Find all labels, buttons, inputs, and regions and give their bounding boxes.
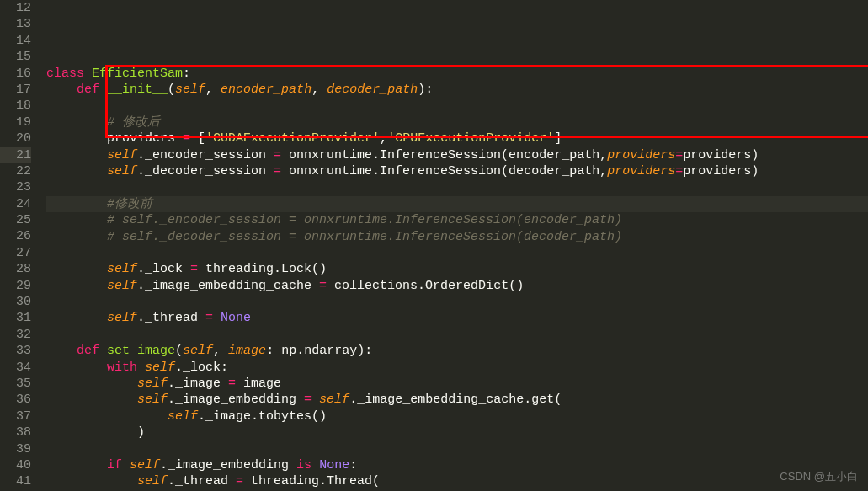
code-token: ._image_embedding_cache.get( <box>349 392 562 407</box>
line-number: 20 <box>0 131 31 147</box>
line-number: 28 <box>0 261 31 277</box>
code-token: ( <box>175 344 183 358</box>
code-token: onnxruntime.InferenceSession(encoder_pat… <box>281 148 607 163</box>
code-token <box>122 458 130 472</box>
line-number: 23 <box>0 179 31 195</box>
code-token: : <box>349 458 357 472</box>
code-token: self <box>168 409 198 424</box>
code-line[interactable]: self._encoder_session = onnxruntime.Infe… <box>46 147 868 163</box>
code-line[interactable]: if self._image_embedding is None: <box>46 457 868 473</box>
code-line[interactable] <box>46 294 868 310</box>
line-number: 21 <box>0 147 31 163</box>
code-line[interactable]: self._image = image <box>46 376 868 392</box>
code-line[interactable]: self._thread = threading.Thread( <box>46 473 868 489</box>
code-line[interactable]: def set_image(self, image: np.ndarray): <box>46 343 868 359</box>
code-line[interactable]: # self._decoder_session = onnxruntime.In… <box>46 229 868 245</box>
code-token: def <box>77 83 99 97</box>
line-number: 31 <box>0 310 31 326</box>
code-token: self <box>107 279 137 293</box>
code-token: = <box>675 148 683 163</box>
code-token: ( <box>168 83 175 97</box>
line-gutter: 1213141516171819202122232425262728293031… <box>0 0 38 491</box>
code-token: ): <box>418 83 433 97</box>
code-line[interactable]: self._image_embedding_cache = collection… <box>46 278 868 294</box>
code-token: self <box>137 392 168 407</box>
code-token: # self._encoder_session = onnxruntime.In… <box>107 213 622 227</box>
code-token: providers <box>607 164 675 179</box>
code-token: providers <box>46 131 183 146</box>
code-line[interactable]: # self._encoder_session = onnxruntime.In… <box>46 212 868 228</box>
code-token: ] <box>554 131 562 146</box>
code-line[interactable]: def __init__(self, encoder_path, decoder… <box>46 82 868 98</box>
code-line[interactable]: #修改前 <box>46 196 868 212</box>
line-number: 34 <box>0 360 31 376</box>
line-number: 41 <box>0 473 31 489</box>
line-number: 24 <box>0 196 31 212</box>
code-line[interactable]: class EfficientSam: <box>46 66 868 82</box>
code-token: ._decoder_session <box>137 164 274 179</box>
code-line[interactable] <box>46 179 868 195</box>
line-number: 22 <box>0 163 31 179</box>
code-token: self <box>183 344 213 358</box>
code-token <box>46 392 137 407</box>
code-token: = <box>205 311 213 325</box>
code-token: # self._decoder_session = onnxruntime.In… <box>107 230 622 244</box>
code-token: None <box>221 311 251 325</box>
code-token: , <box>205 83 221 97</box>
code-token: providers <box>607 148 675 163</box>
code-token: = <box>228 376 236 391</box>
code-line[interactable]: providers = ['CUDAExecutionProvider','CP… <box>46 131 868 147</box>
code-line[interactable]: # 修改后 <box>46 115 868 131</box>
code-line[interactable]: self._decoder_session = onnxruntime.Infe… <box>46 163 868 179</box>
code-token: = <box>274 164 281 179</box>
code-token: 'CUDAExecutionProvider' <box>205 131 380 146</box>
code-token <box>46 213 107 227</box>
code-token <box>46 409 168 424</box>
code-token <box>99 344 107 358</box>
code-token <box>46 376 137 391</box>
line-number: 16 <box>0 66 31 82</box>
code-token: if <box>107 458 122 472</box>
code-line[interactable] <box>46 98 868 114</box>
code-token: decoder_path <box>327 83 418 97</box>
line-number: 36 <box>0 392 31 408</box>
code-token <box>46 360 107 375</box>
code-line[interactable] <box>46 327 868 343</box>
code-token <box>46 115 107 130</box>
code-token: self <box>137 474 168 488</box>
code-token: EfficientSam <box>92 67 183 81</box>
code-token <box>46 230 107 244</box>
code-line[interactable] <box>46 245 868 261</box>
code-token: self <box>319 392 349 407</box>
code-token: 'CPUExecutionProvider' <box>387 131 554 146</box>
code-token: self <box>175 83 205 97</box>
line-number: 33 <box>0 343 31 359</box>
code-token: ._lock <box>137 262 190 276</box>
code-token: ._encoder_session <box>137 148 274 163</box>
code-token: image <box>228 344 266 358</box>
code-token: np.ndarray <box>281 344 357 358</box>
code-line[interactable] <box>46 49 868 65</box>
code-area[interactable]: class EfficientSam: def __init__(self, e… <box>38 0 868 491</box>
line-number: 18 <box>0 98 31 114</box>
code-line[interactable]: self._image.tobytes() <box>46 408 868 424</box>
code-token: image <box>236 376 281 391</box>
code-token: class <box>46 67 84 81</box>
watermark-text: CSDN @五小白 <box>780 468 858 484</box>
code-token: self <box>137 376 168 391</box>
code-token <box>137 360 145 375</box>
code-token: threading.Thread( <box>243 474 380 488</box>
code-line[interactable] <box>46 441 868 457</box>
code-line[interactable]: ) <box>46 424 868 440</box>
line-number: 14 <box>0 33 31 49</box>
code-token: ) <box>46 425 145 440</box>
code-line[interactable]: self._thread = None <box>46 310 868 326</box>
code-token: : <box>266 344 281 358</box>
code-line[interactable]: self._lock = threading.Lock() <box>46 261 868 277</box>
code-token: ._image_embedding_cache <box>137 279 319 293</box>
code-line[interactable]: self._image_embedding = self._image_embe… <box>46 392 868 408</box>
code-line[interactable]: with self._lock: <box>46 360 868 376</box>
code-editor[interactable]: 1213141516171819202122232425262728293031… <box>0 0 868 491</box>
line-number: 38 <box>0 424 31 440</box>
code-token: providers) <box>683 148 759 163</box>
